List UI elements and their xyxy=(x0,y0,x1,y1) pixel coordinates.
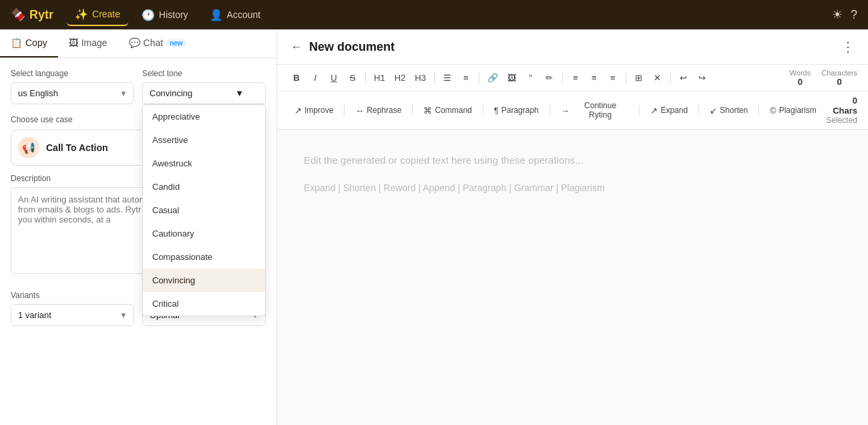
chat-new-badge: new xyxy=(166,39,186,47)
language-select[interactable]: us English UK English French Spanish Ger… xyxy=(11,82,134,104)
rephrase-button[interactable]: ↔ Rephrase xyxy=(349,103,408,118)
app-logo[interactable]: 🍫 Rytr xyxy=(11,7,53,22)
nav-account[interactable]: 👤 Account xyxy=(202,5,269,25)
more-options-icon[interactable]: ⋮ xyxy=(841,39,855,55)
expand-icon: ↗ xyxy=(650,106,658,116)
tone-option-assertive[interactable]: Assertive xyxy=(143,128,265,152)
account-icon: 👤 xyxy=(210,9,223,21)
ordered-list-button[interactable]: ≡ xyxy=(457,69,475,87)
copy-tab-label: Copy xyxy=(25,37,47,48)
ai-toolbar: ↗ Improve ↔ Rephrase ⌘ Command ¶ Paragra… xyxy=(277,92,868,130)
tone-option-compassionate[interactable]: Compassionate xyxy=(143,245,265,269)
plagiarism-icon: © xyxy=(770,106,777,116)
quote-button[interactable]: " xyxy=(522,69,539,87)
tab-chat[interactable]: 💬 Chat new xyxy=(118,29,197,57)
clear-format-button[interactable]: ✕ xyxy=(649,69,666,87)
shorten-button[interactable]: ↙ Shorten xyxy=(703,103,754,118)
improve-icon: ↗ xyxy=(294,106,302,116)
tone-select-wrapper: Convincing ▼ xyxy=(142,82,266,104)
rephrase-icon: ↔ xyxy=(355,106,364,116)
variants-select[interactable]: 1 variant 2 variants 3 variants xyxy=(11,304,134,326)
tone-option-convincing[interactable]: Convincing xyxy=(143,269,265,292)
tone-select-trigger[interactable]: Convincing ▼ xyxy=(142,82,266,104)
right-panel: ← New document ⋮ B I U S H1 H2 H3 ☰ ≡ 🔗 … xyxy=(277,29,868,425)
history-icon: 🕐 xyxy=(142,9,155,21)
expand-button[interactable]: ↗ Expand xyxy=(644,103,694,118)
shorten-icon: ↙ xyxy=(710,106,717,116)
variants-field: Variants 1 variant 2 variants 3 variants… xyxy=(11,291,134,326)
strikethrough-button[interactable]: S xyxy=(344,69,361,87)
toolbar-separator-3 xyxy=(479,72,479,84)
editor-operations-text: Expand | Shorten | Reword | Append | Par… xyxy=(304,180,841,196)
link-button[interactable]: 🔗 xyxy=(483,69,502,87)
tone-option-candid[interactable]: Candid xyxy=(143,175,265,198)
variants-select-wrapper: 1 variant 2 variants 3 variants ▼ xyxy=(11,304,134,326)
table-button[interactable]: ⊞ xyxy=(630,69,648,87)
expand-label: Expand xyxy=(660,106,688,115)
main-layout: 📋 Copy 🖼 Image 💬 Chat new Select languag… xyxy=(0,29,868,425)
image-button[interactable]: 🖼 xyxy=(503,69,521,87)
nav-right-actions: ☀ ? xyxy=(832,7,857,22)
characters-value: 0 xyxy=(821,77,857,87)
improve-button[interactable]: ↗ Improve xyxy=(288,103,340,118)
language-label: Select language xyxy=(11,69,134,78)
back-arrow-icon[interactable]: ← xyxy=(290,40,302,54)
ai-sep-5 xyxy=(639,105,640,116)
continue-label: Continue Ryting xyxy=(572,101,629,120)
help-icon[interactable]: ? xyxy=(851,8,857,22)
tone-option-appreciative[interactable]: Appreciative xyxy=(143,105,265,128)
underline-button[interactable]: U xyxy=(325,69,343,87)
theme-toggle-icon[interactable]: ☀ xyxy=(832,7,843,22)
ai-sep-7 xyxy=(758,105,759,116)
nav-history[interactable]: 🕐 History xyxy=(134,5,196,25)
nav-create-label: Create xyxy=(92,9,120,19)
variants-label: Variants xyxy=(11,291,134,300)
ai-sep-1 xyxy=(344,105,345,116)
language-field: Select language us English UK English Fr… xyxy=(11,69,134,104)
create-icon: ✨ xyxy=(75,8,88,21)
left-panel-content: Select language us English UK English Fr… xyxy=(0,58,276,425)
tone-option-critical[interactable]: Critical xyxy=(143,292,265,315)
bold-button[interactable]: B xyxy=(288,69,305,87)
unordered-list-button[interactable]: ☰ xyxy=(439,69,456,87)
toolbar-separator-6 xyxy=(670,72,671,84)
paragraph-button[interactable]: ¶ Paragraph xyxy=(487,103,546,118)
words-value: 0 xyxy=(790,77,811,87)
align-right-button[interactable]: ≡ xyxy=(604,69,622,87)
toolbar-separator-4 xyxy=(562,72,563,84)
tab-copy[interactable]: 📋 Copy xyxy=(0,29,58,57)
rephrase-label: Rephrase xyxy=(367,106,401,115)
image-tab-icon: 🖼 xyxy=(69,37,78,48)
command-button[interactable]: ⌘ Command xyxy=(417,103,478,118)
h3-button[interactable]: H3 xyxy=(411,69,430,87)
redo-button[interactable]: ↪ xyxy=(694,69,711,87)
left-panel: 📋 Copy 🖼 Image 💬 Chat new Select languag… xyxy=(0,29,277,425)
characters-count-block: Characters 0 xyxy=(821,69,857,87)
document-header: ← New document ⋮ xyxy=(277,29,868,65)
h2-button[interactable]: H2 xyxy=(391,69,410,87)
tone-option-casual[interactable]: Casual xyxy=(143,198,265,222)
undo-button[interactable]: ↩ xyxy=(675,69,692,87)
chars-selected-count: 0 Chars xyxy=(826,96,857,116)
align-center-button[interactable]: ≡ xyxy=(586,69,603,87)
continue-ryting-button[interactable]: → Continue Ryting xyxy=(554,98,636,122)
characters-label: Characters xyxy=(821,69,857,77)
left-panel-tabs: 📋 Copy 🖼 Image 💬 Chat new xyxy=(0,29,276,58)
tone-option-cautionary[interactable]: Cautionary xyxy=(143,222,265,245)
nav-history-label: History xyxy=(159,9,188,20)
italic-button[interactable]: I xyxy=(306,69,324,87)
tab-image[interactable]: 🖼 Image xyxy=(58,29,118,57)
editor-area[interactable]: Edit the generated or copied text here u… xyxy=(277,130,868,425)
nav-create[interactable]: ✨ Create xyxy=(67,4,128,26)
language-select-wrapper: us English UK English French Spanish Ger… xyxy=(11,82,134,104)
h1-button[interactable]: H1 xyxy=(370,69,389,87)
align-left-button[interactable]: ≡ xyxy=(567,69,584,87)
plagiarism-label: Plagiarism xyxy=(779,106,817,115)
word-char-counts: Words 0 Characters 0 xyxy=(790,69,857,87)
plagiarism-button[interactable]: © Plagiarism xyxy=(763,103,823,118)
tone-dropdown: Appreciative Assertive Awestruck Candid … xyxy=(142,104,266,316)
tone-option-awestruck[interactable]: Awestruck xyxy=(143,152,265,175)
highlight-button[interactable]: ✏ xyxy=(541,69,558,87)
shorten-label: Shorten xyxy=(720,106,748,115)
top-navigation: 🍫 Rytr ✨ Create 🕐 History 👤 Account ☀ ? xyxy=(0,0,868,29)
